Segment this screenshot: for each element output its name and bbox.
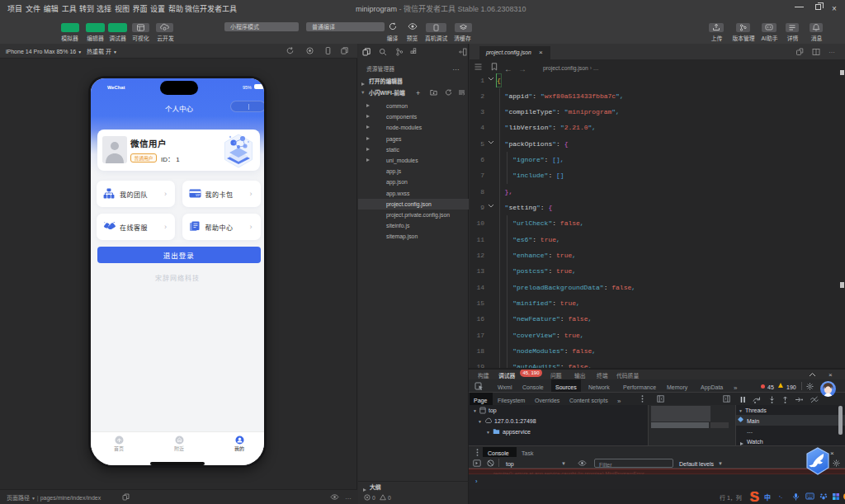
svg-text:VIP: VIP [196,194,201,197]
